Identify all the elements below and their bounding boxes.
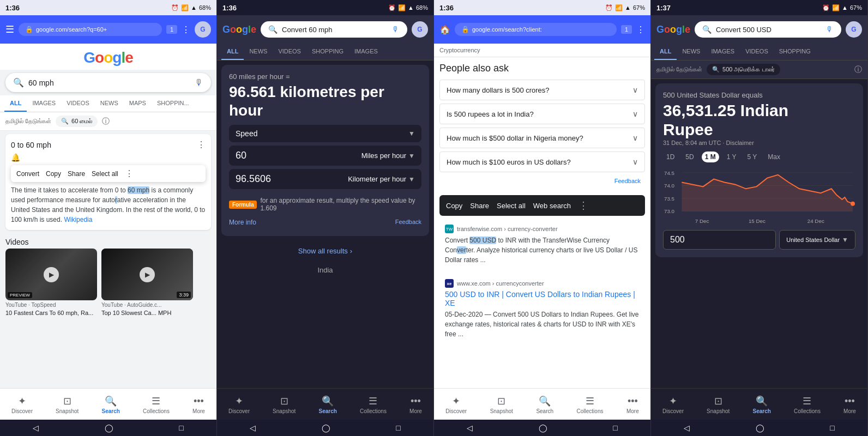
mic-icon-p1[interactable]: 🎙 bbox=[195, 78, 203, 88]
from-unit-p2[interactable]: Miles per hour ▼ bbox=[361, 152, 415, 160]
lang-search-p1[interactable]: 🔍 60 மைல் bbox=[56, 116, 98, 127]
copy-btn-p3[interactable]: Copy bbox=[446, 202, 462, 210]
tab-videos-p4[interactable]: VIDEOS bbox=[740, 44, 774, 60]
tab-shopping-p2[interactable]: SHOPPING bbox=[306, 44, 349, 60]
nav-discover-p2[interactable]: ✦ Discover bbox=[228, 395, 250, 414]
tab-count-p3[interactable]: 1 bbox=[621, 25, 632, 34]
tab-all-p1[interactable]: ALL bbox=[4, 95, 27, 112]
search-bar-p1[interactable]: 🔍 60 mph 🎙 bbox=[5, 73, 211, 92]
search-bar-p2[interactable]: 🔍 Convert 60 mph 🎙 bbox=[261, 21, 407, 38]
tab-images-p1[interactable]: IMAGES bbox=[27, 95, 61, 112]
time-tab-5y[interactable]: 5 Y bbox=[744, 152, 761, 162]
avatar-p4[interactable]: G bbox=[846, 21, 862, 38]
nav-more-p2[interactable]: ••• More bbox=[409, 396, 422, 414]
home-icon-p3[interactable]: 🏠 bbox=[439, 25, 450, 35]
hamburger-icon[interactable]: ☰ bbox=[5, 23, 14, 35]
search-bar-p4[interactable]: 🔍 Convert 500 USD 🎙 bbox=[695, 21, 841, 38]
faq-item-1-p3[interactable]: How many dollars is 500 crores? ∨ bbox=[439, 80, 645, 100]
time-tab-5d[interactable]: 5D bbox=[682, 152, 697, 162]
nav-discover-p4[interactable]: ✦ Discover bbox=[662, 395, 684, 414]
popup-more-icon-p3[interactable]: ⋮ bbox=[578, 199, 588, 211]
back-btn-p4[interactable]: ◁ bbox=[684, 423, 690, 432]
more-icon-p1[interactable]: ⋮ bbox=[182, 25, 190, 35]
home-btn-p3[interactable]: ◯ bbox=[539, 423, 547, 432]
share-btn-p1[interactable]: Share bbox=[68, 170, 85, 178]
nav-snapshot-p4[interactable]: ⊡ Snapshot bbox=[707, 395, 730, 414]
nav-search-p1[interactable]: 🔍 Search bbox=[102, 395, 120, 414]
feedback-p3[interactable]: Feedback bbox=[439, 175, 645, 186]
back-btn-p3[interactable]: ◁ bbox=[467, 423, 473, 432]
home-btn-p2[interactable]: ◯ bbox=[322, 423, 330, 432]
type-select-row-p2[interactable]: Speed ▼ bbox=[229, 125, 421, 142]
recents-btn-p1[interactable]: □ bbox=[179, 423, 183, 432]
nav-collections-p2[interactable]: ☰ Collections bbox=[360, 395, 387, 414]
back-btn-p2[interactable]: ◁ bbox=[250, 423, 256, 432]
tab-images-p2[interactable]: IMAGES bbox=[349, 44, 383, 60]
show-all-p2[interactable]: Show all results › bbox=[217, 240, 433, 262]
mic-icon-p4[interactable]: 🎙 bbox=[826, 25, 834, 34]
mic-icon-p2[interactable]: 🎙 bbox=[392, 25, 400, 34]
back-btn-p1[interactable]: ◁ bbox=[33, 423, 39, 432]
tab-all-p4[interactable]: ALL bbox=[654, 44, 677, 60]
tab-count-p1[interactable]: 1 bbox=[166, 25, 177, 34]
faq-item-2-p3[interactable]: Is 500 rupees a lot in India? ∨ bbox=[439, 104, 645, 124]
convert-btn-p1[interactable]: Convert bbox=[16, 170, 39, 178]
result-title-2-p3[interactable]: 500 USD to INR | Convert US Dollars to I… bbox=[445, 290, 640, 307]
select-all-btn-p1[interactable]: Select all bbox=[92, 170, 118, 178]
currency-select-p4[interactable]: United States Dollar ▼ bbox=[779, 230, 855, 250]
tab-all-p2[interactable]: ALL bbox=[221, 44, 244, 60]
nav-search-p4[interactable]: 🔍 Search bbox=[753, 395, 771, 414]
recents-btn-p2[interactable]: □ bbox=[396, 423, 400, 432]
more-icon-p3[interactable]: ⋮ bbox=[636, 25, 645, 35]
web-search-btn-p3[interactable]: Web search bbox=[533, 202, 571, 210]
tab-news-p2[interactable]: NEWS bbox=[244, 44, 273, 60]
nav-search-p2[interactable]: 🔍 Search bbox=[319, 395, 337, 414]
nav-snapshot-p3[interactable]: ⊡ Snapshot bbox=[490, 395, 513, 414]
faq-item-3-p3[interactable]: How much is $500 dollar in Nigeria money… bbox=[439, 128, 645, 148]
faq-item-4-p3[interactable]: How much is $100 euros in US dollars? ∨ bbox=[439, 152, 645, 172]
avatar-p1[interactable]: G bbox=[195, 21, 211, 38]
time-tab-1y[interactable]: 1 Y bbox=[724, 152, 740, 162]
select-all-btn-p3[interactable]: Select all bbox=[497, 202, 526, 210]
video-card-2-p1[interactable]: ▶ 3:39 YouTube · AutoGuide.c... Top 10 S… bbox=[101, 249, 193, 317]
home-btn-p4[interactable]: ◯ bbox=[756, 423, 764, 432]
tab-shopping-p4[interactable]: SHOPPING bbox=[774, 44, 816, 60]
popup-more-icon-p1[interactable]: ⋮ bbox=[125, 168, 134, 179]
time-tab-max[interactable]: Max bbox=[764, 152, 783, 162]
nav-more-p4[interactable]: ••• More bbox=[843, 396, 856, 414]
copy-btn-p1[interactable]: Copy bbox=[46, 170, 61, 178]
nav-more-p1[interactable]: ••• More bbox=[192, 396, 205, 414]
tab-shopping-p1[interactable]: SHOPPIN... bbox=[152, 95, 195, 112]
url-bar-p1[interactable]: 🔒 google.com/search?q=60+ bbox=[19, 23, 162, 36]
recents-btn-p3[interactable]: □ bbox=[613, 423, 617, 432]
tab-videos-p2[interactable]: VIDEOS bbox=[273, 44, 306, 60]
tab-videos-p1[interactable]: VIDEOS bbox=[61, 95, 95, 112]
nav-snapshot-p1[interactable]: ⊡ Snapshot bbox=[56, 395, 79, 414]
lang-search-p4[interactable]: 🔍 500 அமெரிக்க டாலர் bbox=[707, 64, 780, 75]
tab-images-p4[interactable]: IMAGES bbox=[706, 44, 740, 60]
url-bar-p3[interactable]: 🔒 google.com/search?client: bbox=[455, 23, 617, 36]
nav-discover-p1[interactable]: ✦ Discover bbox=[11, 395, 33, 414]
more-info-link-p2[interactable]: More info bbox=[229, 219, 256, 226]
to-unit-p2[interactable]: Kilometer per hour ▼ bbox=[348, 175, 415, 183]
tab-news-p4[interactable]: NEWS bbox=[677, 44, 706, 60]
time-tab-1d[interactable]: 1D bbox=[663, 152, 678, 162]
nav-collections-p4[interactable]: ☰ Collections bbox=[794, 395, 821, 414]
nav-more-p3[interactable]: ••• More bbox=[626, 396, 639, 414]
nav-search-p3[interactable]: 🔍 Search bbox=[536, 395, 553, 414]
nav-collections-p1[interactable]: ☰ Collections bbox=[143, 395, 170, 414]
amount-input-p4[interactable]: 500 bbox=[663, 230, 776, 250]
share-btn-p3[interactable]: Share bbox=[470, 202, 489, 210]
nav-snapshot-p2[interactable]: ⊡ Snapshot bbox=[273, 395, 296, 414]
home-btn-p1[interactable]: ◯ bbox=[105, 423, 113, 432]
avatar-p2[interactable]: G bbox=[412, 21, 428, 38]
time-tab-1m[interactable]: 1 M bbox=[702, 152, 719, 162]
video-card-1-p1[interactable]: ▶ PREVIEW YouTube · TopSpeed 10 Fastest … bbox=[5, 249, 97, 317]
nav-collections-p3[interactable]: ☰ Collections bbox=[577, 395, 604, 414]
tab-maps-p1[interactable]: MAPS bbox=[124, 95, 152, 112]
play-btn-1-p1[interactable]: ▶ bbox=[44, 267, 59, 282]
context-menu-icon-p1[interactable]: ⋮ bbox=[197, 140, 206, 150]
wikipedia-link-p1[interactable]: Wikipedia bbox=[64, 216, 92, 223]
feedback-p2[interactable]: Feedback bbox=[395, 219, 421, 226]
nav-discover-p3[interactable]: ✦ Discover bbox=[445, 395, 467, 414]
